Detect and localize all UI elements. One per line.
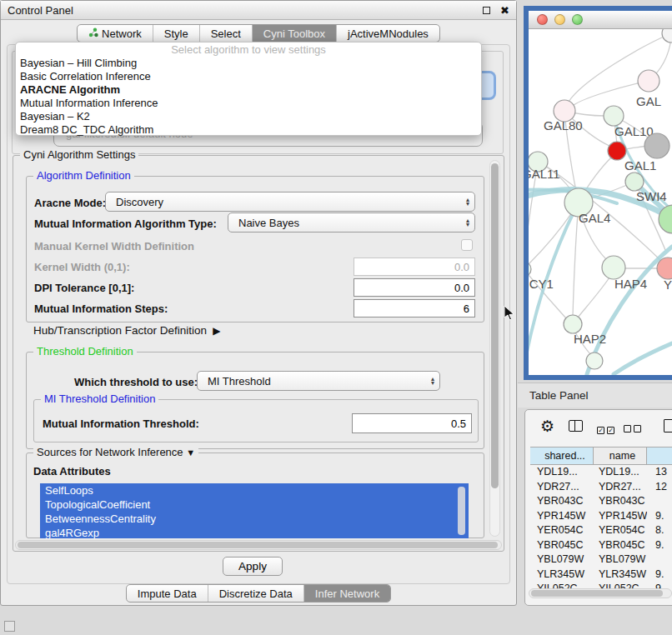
node-label: GAL10 — [614, 124, 654, 138]
table-panel-title: Table Panel — [529, 389, 589, 402]
network-node-gcy1[interactable] — [529, 262, 531, 277]
network-node-hap4[interactable] — [602, 256, 625, 279]
minimized-panel-icon[interactable] — [4, 621, 15, 632]
mi-threshold-title: MI Threshold Definition — [41, 392, 158, 405]
network-edge[interactable] — [569, 33, 671, 102]
hub-definition-toggle[interactable]: Hub/Transcription Factor Definition ▶ — [33, 324, 220, 337]
mi-steps-field[interactable] — [354, 299, 475, 318]
network-node-hap2[interactable] — [564, 315, 582, 333]
table-horizontal-scrollbar[interactable] — [529, 588, 672, 598]
table-panel: ⚙ ✓✓ shared...nameA YDL19...YDL19...13YD… — [524, 409, 672, 606]
data-attributes-list[interactable]: SelfLoopsTopologicalCoefficientBetweenne… — [40, 483, 469, 538]
stepper-icon: ▴▾ — [466, 198, 469, 206]
apply-button[interactable]: Apply — [223, 557, 283, 576]
network-node[interactable] — [586, 352, 603, 369]
node-label: HAP2 — [574, 332, 606, 346]
control-panel: Control Panel ✖ NetworkStyleSelectCyni T… — [0, 0, 517, 606]
mi-steps-label: Mutual Information Steps: — [34, 302, 168, 315]
table-row[interactable]: YDR27...YDR27...12 — [530, 480, 672, 495]
sources-group: Sources for Network Inference ▼ Data Att… — [26, 452, 484, 538]
settings-vertical-scrollbar[interactable] — [489, 160, 500, 537]
document-icon[interactable] — [664, 419, 672, 432]
tab-discretize-data[interactable]: Discretize Data — [208, 585, 303, 602]
checked-columns-icon[interactable]: ✓✓ — [597, 421, 617, 436]
table-row[interactable]: YDL19...YDL19...13 — [530, 465, 672, 480]
close-icon[interactable]: ✖ — [500, 4, 509, 17]
tab-style[interactable]: Style — [153, 25, 199, 42]
algorithm-option[interactable]: Mutual Information Inference — [16, 97, 481, 110]
table-row[interactable]: YBR043CYBR043C — [530, 494, 672, 509]
network-view-window: GALGAL80GAL10GAL1GAL11SWI4GAL4GCY1HAP4YH… — [524, 6, 672, 380]
desktop: { "window": { "title": "Control Panel", … — [0, 0, 672, 635]
tab-impute-data[interactable]: Impute Data — [127, 585, 208, 602]
gear-icon[interactable]: ⚙ — [540, 418, 554, 434]
network-node-gal[interactable] — [638, 70, 659, 92]
algorithm-option[interactable]: Basic Correlation Inference — [16, 70, 481, 83]
float-window-icon[interactable] — [483, 7, 490, 14]
mi-type-label: Mutual Information Algorithm Type: — [34, 218, 217, 230]
group-title: Cyni Algorithm Settings — [20, 148, 138, 161]
table-row[interactable]: YER054CYER054C8. — [530, 523, 672, 538]
column-header-1[interactable]: name — [594, 448, 647, 464]
tab-jactivemnodules[interactable]: jActiveMNodules — [336, 25, 439, 42]
network-edge[interactable] — [573, 202, 579, 316]
table-row[interactable]: YPR145WYPR145W9. — [530, 509, 672, 524]
attribute-item[interactable]: TopologicalCoefficient — [40, 498, 469, 512]
which-threshold-combo[interactable]: MI Threshold ▴▾ — [197, 371, 440, 391]
algorithm-option[interactable]: ARACNE Algorithm — [16, 83, 481, 97]
network-edge[interactable] — [624, 146, 647, 149]
column-header-0[interactable]: shared... — [530, 448, 594, 464]
tab-network[interactable]: Network — [78, 25, 153, 42]
list-scrollbar[interactable] — [458, 487, 465, 535]
dpi-tolerance-label: DPI Tolerance [0,1]: — [34, 282, 134, 294]
tab-select[interactable]: Select — [199, 25, 252, 42]
attribute-item[interactable]: SelfLoops — [40, 483, 469, 498]
tab-infer-network[interactable]: Infer Network — [303, 585, 390, 602]
settings-horizontal-scrollbar[interactable] — [15, 540, 502, 550]
algorithm-option[interactable]: Bayesian – Hill Climbing — [16, 57, 481, 70]
dpi-tolerance-field[interactable] — [354, 278, 475, 297]
close-traffic-light-icon[interactable] — [537, 14, 548, 25]
threshold-definition-group: Threshold Definition Which threshold to … — [26, 352, 484, 449]
aracne-mode-label: Aracne Mode: — [34, 197, 106, 209]
algorithm-option[interactable]: Bayesian – K2 — [16, 110, 481, 123]
dropdown-placeholder: Select algorithm to view settings — [16, 44, 481, 57]
network-node-gal1[interactable] — [608, 142, 626, 160]
network-window-titlebar — [529, 11, 672, 29]
tab-cyni-toolbox[interactable]: Cyni Toolbox — [252, 25, 336, 42]
node-label: GAL4 — [579, 211, 610, 225]
manual-kernel-checkbox[interactable] — [461, 239, 473, 251]
split-columns-icon[interactable] — [569, 420, 583, 432]
mi-threshold-field[interactable] — [352, 413, 472, 433]
mi-threshold-label: Mutual Information Threshold: — [43, 418, 199, 430]
zoom-traffic-light-icon[interactable] — [572, 14, 583, 25]
unchecked-columns-icon[interactable] — [624, 421, 644, 436]
network-node-swi4[interactable] — [625, 172, 644, 191]
table-header-row[interactable]: shared...nameA — [530, 447, 672, 465]
kernel-width-field[interactable] — [354, 258, 475, 276]
sources-title[interactable]: Sources for Network Inference ▼ — [33, 446, 198, 458]
network-node[interactable] — [644, 133, 669, 158]
table-row[interactable]: YBL079WYBL079W — [530, 552, 672, 568]
aracne-mode-combo[interactable]: Discovery ▴▾ — [105, 192, 475, 212]
attribute-item[interactable]: BetweennessCentrality — [40, 512, 469, 526]
node-label: GAL — [636, 94, 661, 108]
node-label: Y — [664, 278, 672, 292]
minimize-traffic-light-icon[interactable] — [554, 14, 565, 25]
algorithm-definition-title: Algorithm Definition — [33, 169, 134, 182]
table-row[interactable]: YBR045CYBR045C9. — [530, 538, 672, 553]
mi-algorithm-type-combo[interactable]: Naive Bayes ▴▾ — [228, 212, 475, 232]
network-node-gal10[interactable] — [604, 106, 624, 126]
network-edge[interactable] — [578, 278, 609, 318]
network-edge-thick[interactable] — [614, 343, 672, 374]
network-canvas[interactable]: GALGAL80GAL10GAL1GAL11SWI4GAL4GCY1HAP4YH… — [529, 29, 672, 375]
table-row[interactable]: YLR345WYLR345W9. — [530, 568, 672, 582]
column-header-2[interactable]: A — [647, 448, 672, 464]
stepper-icon: ▴▾ — [466, 218, 469, 227]
node-label: HAP4 — [614, 277, 647, 291]
network-node[interactable] — [662, 29, 672, 42]
algorithm-option[interactable]: Dream8 DC_TDC Algorithm — [16, 123, 481, 137]
node-label: GAL80 — [544, 118, 583, 132]
attribute-item[interactable]: gal4RGexp — [40, 526, 469, 538]
node-label: GAL1 — [624, 158, 656, 172]
